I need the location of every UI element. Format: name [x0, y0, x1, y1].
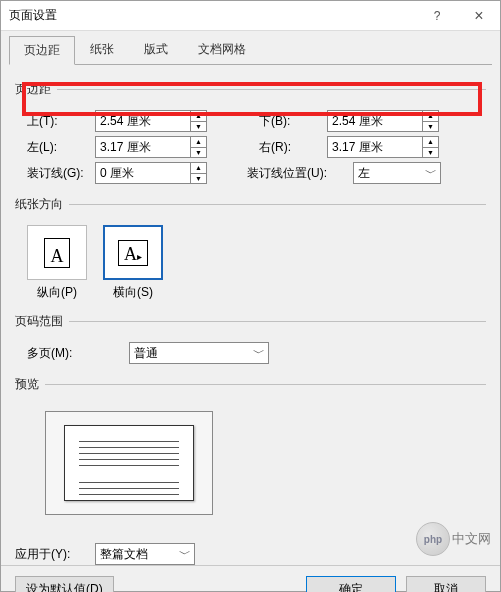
preview-page-icon: [64, 425, 194, 501]
chevron-up-icon[interactable]: ▲: [423, 137, 438, 148]
button-bar: 设为默认值(D) 确定 取消: [1, 565, 500, 592]
orientation-landscape[interactable]: A▸ 横向(S): [103, 225, 163, 301]
chevron-up-icon[interactable]: ▲: [423, 111, 438, 122]
multi-label: 多页(M):: [15, 345, 89, 362]
chevron-down-icon[interactable]: ▼: [191, 148, 206, 158]
gutter-input[interactable]: [96, 166, 190, 180]
apply-value: 整篇文档: [96, 546, 176, 563]
chevron-up-icon[interactable]: ▲: [191, 111, 206, 122]
margins-row-left-right: 左(L): ▲▼ 右(R): ▲▼: [15, 136, 486, 158]
tab-paper[interactable]: 纸张: [75, 35, 129, 64]
right-label: 右(R):: [247, 139, 321, 156]
gutter-spinner[interactable]: ▲▼: [95, 162, 207, 184]
multi-combo[interactable]: 普通 ﹀: [129, 342, 269, 364]
orientation-group: 纸张方向 A 纵向(P) A▸ 横向(S): [15, 196, 486, 305]
margins-row-gutter: 装订线(G): ▲▼ 装订线位置(U): 左 ﹀: [15, 162, 486, 184]
window-title: 页面设置: [9, 7, 416, 24]
top-input[interactable]: [96, 114, 190, 128]
right-spinner[interactable]: ▲▼: [327, 136, 439, 158]
chevron-up-icon[interactable]: ▲: [191, 163, 206, 174]
apply-row: 应用于(Y): 整篇文档 ﹀: [15, 543, 486, 565]
close-button[interactable]: ×: [458, 1, 500, 31]
titlebar: 页面设置 ? ×: [1, 1, 500, 31]
top-label: 上(T):: [15, 113, 89, 130]
gutter-label: 装订线(G):: [15, 165, 89, 182]
cancel-button[interactable]: 取消: [406, 576, 486, 592]
orientation-legend: 纸张方向: [15, 196, 69, 213]
chevron-down-icon[interactable]: ﹀: [176, 546, 194, 563]
left-label: 左(L):: [15, 139, 89, 156]
tab-grid[interactable]: 文档网格: [183, 35, 261, 64]
tab-layout[interactable]: 版式: [129, 35, 183, 64]
page-range-group: 页码范围 多页(M): 普通 ﹀: [15, 313, 486, 368]
landscape-caption: 横向(S): [103, 284, 163, 301]
set-default-button[interactable]: 设为默认值(D): [15, 576, 114, 592]
margins-group: 页边距 上(T): ▲▼ 下(B): ▲▼ 左(L): ▲▼: [15, 81, 486, 188]
page-setup-dialog: 页面设置 ? × 页边距 纸张 版式 文档网格 页边距 上(T): ▲▼ 下(B…: [0, 0, 501, 592]
help-button[interactable]: ?: [416, 1, 458, 31]
bottom-input[interactable]: [328, 114, 422, 128]
left-spinner[interactable]: ▲▼: [95, 136, 207, 158]
preview-group: 预览: [15, 376, 486, 525]
preview-legend: 预览: [15, 376, 45, 393]
chevron-down-icon[interactable]: ▼: [423, 122, 438, 132]
right-input[interactable]: [328, 140, 422, 154]
top-spinner[interactable]: ▲▼: [95, 110, 207, 132]
page-landscape-icon: A▸: [118, 240, 148, 266]
chevron-down-icon[interactable]: ﹀: [250, 345, 268, 362]
margins-row-top-bottom: 上(T): ▲▼ 下(B): ▲▼: [15, 110, 486, 132]
gutter-pos-value: 左: [354, 165, 422, 182]
page-range-legend: 页码范围: [15, 313, 69, 330]
orientation-portrait[interactable]: A 纵向(P): [27, 225, 87, 301]
tab-margins[interactable]: 页边距: [9, 36, 75, 65]
bottom-spinner[interactable]: ▲▼: [327, 110, 439, 132]
chevron-down-icon[interactable]: ﹀: [422, 165, 440, 182]
apply-combo[interactable]: 整篇文档 ﹀: [95, 543, 195, 565]
multi-value: 普通: [130, 345, 250, 362]
chevron-down-icon[interactable]: ▼: [191, 122, 206, 132]
ok-button[interactable]: 确定: [306, 576, 396, 592]
margins-legend: 页边距: [15, 81, 57, 98]
left-input[interactable]: [96, 140, 190, 154]
apply-label: 应用于(Y):: [15, 546, 95, 563]
chevron-up-icon[interactable]: ▲: [191, 137, 206, 148]
tab-strip: 页边距 纸张 版式 文档网格: [1, 31, 500, 64]
page-portrait-icon: A: [44, 238, 70, 268]
bottom-label: 下(B):: [247, 113, 321, 130]
chevron-down-icon[interactable]: ▼: [191, 174, 206, 184]
gutter-pos-label: 装订线位置(U):: [247, 165, 347, 182]
gutter-pos-combo[interactable]: 左 ﹀: [353, 162, 441, 184]
dialog-content: 页边距 上(T): ▲▼ 下(B): ▲▼ 左(L): ▲▼: [1, 65, 500, 565]
preview-box: [45, 411, 213, 515]
chevron-down-icon[interactable]: ▼: [423, 148, 438, 158]
portrait-caption: 纵向(P): [27, 284, 87, 301]
